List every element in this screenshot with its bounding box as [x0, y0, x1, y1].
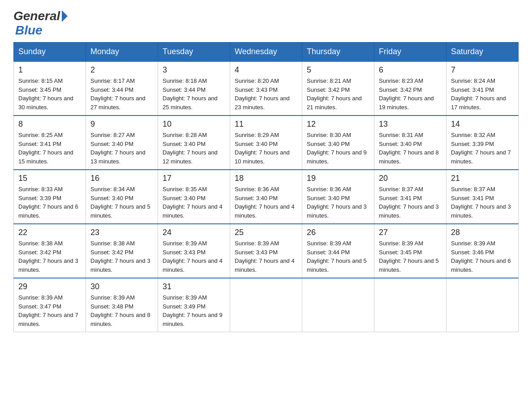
calendar-cell: 11 Sunrise: 8:29 AMSunset: 3:40 PMDaylig…	[230, 116, 302, 170]
calendar-cell	[374, 278, 446, 332]
day-number: 10	[163, 120, 225, 129]
calendar-cell	[230, 278, 302, 332]
calendar-table: SundayMondayTuesdayWednesdayThursdayFrid…	[13, 42, 519, 332]
day-number: 18	[235, 174, 297, 183]
day-number: 15	[18, 174, 81, 183]
day-info: Sunrise: 8:15 AMSunset: 3:45 PMDaylight:…	[18, 77, 81, 111]
calendar-cell: 30 Sunrise: 8:39 AMSunset: 3:48 PMDaylig…	[86, 278, 158, 332]
logo-general: General	[13, 9, 60, 23]
day-info: Sunrise: 8:23 AMSunset: 3:42 PMDaylight:…	[379, 77, 442, 111]
calendar-cell: 8 Sunrise: 8:25 AMSunset: 3:41 PMDayligh…	[14, 116, 86, 170]
day-number: 9	[90, 120, 153, 129]
calendar-cell: 27 Sunrise: 8:39 AMSunset: 3:45 PMDaylig…	[374, 224, 446, 278]
day-number: 14	[451, 120, 514, 129]
day-number: 20	[379, 174, 442, 183]
calendar-cell	[302, 278, 374, 332]
day-number: 4	[235, 65, 297, 75]
day-number: 25	[235, 228, 297, 237]
calendar-week-row: 22 Sunrise: 8:38 AMSunset: 3:42 PMDaylig…	[14, 224, 519, 278]
day-info: Sunrise: 8:28 AMSunset: 3:40 PMDaylight:…	[163, 131, 225, 166]
day-info: Sunrise: 8:27 AMSunset: 3:40 PMDaylight:…	[90, 131, 153, 166]
calendar-cell: 2 Sunrise: 8:17 AMSunset: 3:44 PMDayligh…	[86, 61, 158, 116]
day-info: Sunrise: 8:39 AMSunset: 3:47 PMDaylight:…	[18, 293, 81, 328]
calendar-cell: 9 Sunrise: 8:27 AMSunset: 3:40 PMDayligh…	[86, 116, 158, 170]
day-info: Sunrise: 8:17 AMSunset: 3:44 PMDaylight:…	[90, 77, 153, 111]
day-info: Sunrise: 8:34 AMSunset: 3:40 PMDaylight:…	[90, 185, 153, 220]
calendar-cell: 6 Sunrise: 8:23 AMSunset: 3:42 PMDayligh…	[374, 61, 446, 116]
calendar-cell: 15 Sunrise: 8:33 AMSunset: 3:39 PMDaylig…	[14, 170, 86, 224]
weekday-header-tuesday: Tuesday	[158, 43, 230, 62]
calendar-cell: 18 Sunrise: 8:36 AMSunset: 3:40 PMDaylig…	[230, 170, 302, 224]
calendar-cell: 29 Sunrise: 8:39 AMSunset: 3:47 PMDaylig…	[14, 278, 86, 332]
day-number: 17	[163, 174, 225, 183]
day-number: 28	[451, 228, 514, 237]
calendar-week-row: 1 Sunrise: 8:15 AMSunset: 3:45 PMDayligh…	[14, 61, 519, 116]
day-number: 6	[379, 65, 442, 75]
day-number: 24	[163, 228, 225, 237]
day-number: 3	[163, 65, 225, 75]
calendar-cell: 5 Sunrise: 8:21 AMSunset: 3:42 PMDayligh…	[302, 61, 374, 116]
day-number: 16	[90, 174, 153, 183]
day-info: Sunrise: 8:29 AMSunset: 3:40 PMDaylight:…	[235, 131, 297, 166]
calendar-cell: 26 Sunrise: 8:39 AMSunset: 3:44 PMDaylig…	[302, 224, 374, 278]
day-info: Sunrise: 8:38 AMSunset: 3:42 PMDaylight:…	[18, 239, 81, 274]
day-number: 26	[307, 228, 369, 237]
calendar-cell: 13 Sunrise: 8:31 AMSunset: 3:40 PMDaylig…	[374, 116, 446, 170]
weekday-header-thursday: Thursday	[302, 43, 374, 62]
calendar-cell: 22 Sunrise: 8:38 AMSunset: 3:42 PMDaylig…	[14, 224, 86, 278]
day-info: Sunrise: 8:39 AMSunset: 3:46 PMDaylight:…	[451, 239, 514, 274]
weekday-header-friday: Friday	[374, 43, 446, 62]
weekday-header-sunday: Sunday	[14, 43, 86, 62]
calendar-cell: 12 Sunrise: 8:30 AMSunset: 3:40 PMDaylig…	[302, 116, 374, 170]
day-info: Sunrise: 8:18 AMSunset: 3:44 PMDaylight:…	[163, 77, 225, 111]
weekday-header-monday: Monday	[86, 43, 158, 62]
calendar-week-row: 15 Sunrise: 8:33 AMSunset: 3:39 PMDaylig…	[14, 170, 519, 224]
calendar-cell: 23 Sunrise: 8:38 AMSunset: 3:42 PMDaylig…	[86, 224, 158, 278]
calendar-cell: 4 Sunrise: 8:20 AMSunset: 3:43 PMDayligh…	[230, 61, 302, 116]
weekday-header-saturday: Saturday	[446, 43, 519, 62]
calendar-week-row: 8 Sunrise: 8:25 AMSunset: 3:41 PMDayligh…	[14, 116, 519, 170]
calendar-cell: 1 Sunrise: 8:15 AMSunset: 3:45 PMDayligh…	[14, 61, 86, 116]
day-info: Sunrise: 8:36 AMSunset: 3:40 PMDaylight:…	[307, 185, 369, 220]
calendar-cell: 7 Sunrise: 8:24 AMSunset: 3:41 PMDayligh…	[446, 61, 519, 116]
day-number: 30	[90, 282, 153, 291]
day-number: 31	[163, 282, 225, 291]
day-number: 12	[307, 120, 369, 129]
day-info: Sunrise: 8:39 AMSunset: 3:45 PMDaylight:…	[379, 239, 442, 274]
calendar-cell: 10 Sunrise: 8:28 AMSunset: 3:40 PMDaylig…	[158, 116, 230, 170]
day-info: Sunrise: 8:21 AMSunset: 3:42 PMDaylight:…	[307, 77, 369, 111]
calendar-cell: 20 Sunrise: 8:37 AMSunset: 3:41 PMDaylig…	[374, 170, 446, 224]
page-header: General Blue	[13, 9, 519, 38]
day-info: Sunrise: 8:37 AMSunset: 3:41 PMDaylight:…	[379, 185, 442, 220]
logo-blue: Blue	[15, 23, 43, 38]
day-info: Sunrise: 8:35 AMSunset: 3:40 PMDaylight:…	[163, 185, 225, 220]
calendar-cell: 3 Sunrise: 8:18 AMSunset: 3:44 PMDayligh…	[158, 61, 230, 116]
day-info: Sunrise: 8:39 AMSunset: 3:43 PMDaylight:…	[235, 239, 297, 274]
logo: General Blue	[13, 9, 68, 38]
calendar-cell: 17 Sunrise: 8:35 AMSunset: 3:40 PMDaylig…	[158, 170, 230, 224]
day-number: 21	[451, 174, 514, 183]
day-number: 22	[18, 228, 81, 237]
day-info: Sunrise: 8:32 AMSunset: 3:39 PMDaylight:…	[451, 131, 514, 166]
day-info: Sunrise: 8:20 AMSunset: 3:43 PMDaylight:…	[235, 77, 297, 111]
calendar-cell: 21 Sunrise: 8:37 AMSunset: 3:41 PMDaylig…	[446, 170, 519, 224]
calendar-cell: 16 Sunrise: 8:34 AMSunset: 3:40 PMDaylig…	[86, 170, 158, 224]
day-number: 23	[90, 228, 153, 237]
day-info: Sunrise: 8:37 AMSunset: 3:41 PMDaylight:…	[451, 185, 514, 220]
calendar-cell: 19 Sunrise: 8:36 AMSunset: 3:40 PMDaylig…	[302, 170, 374, 224]
day-number: 1	[18, 65, 81, 75]
day-number: 29	[18, 282, 81, 291]
day-info: Sunrise: 8:31 AMSunset: 3:40 PMDaylight:…	[379, 131, 442, 166]
calendar-cell: 31 Sunrise: 8:39 AMSunset: 3:49 PMDaylig…	[158, 278, 230, 332]
weekday-header-wednesday: Wednesday	[230, 43, 302, 62]
day-info: Sunrise: 8:39 AMSunset: 3:49 PMDaylight:…	[163, 293, 225, 328]
day-info: Sunrise: 8:24 AMSunset: 3:41 PMDaylight:…	[451, 77, 514, 111]
day-info: Sunrise: 8:38 AMSunset: 3:42 PMDaylight:…	[90, 239, 153, 274]
day-number: 11	[235, 120, 297, 129]
calendar-cell: 14 Sunrise: 8:32 AMSunset: 3:39 PMDaylig…	[446, 116, 519, 170]
day-number: 5	[307, 65, 369, 75]
day-info: Sunrise: 8:30 AMSunset: 3:40 PMDaylight:…	[307, 131, 369, 166]
day-number: 7	[451, 65, 514, 75]
calendar-cell: 28 Sunrise: 8:39 AMSunset: 3:46 PMDaylig…	[446, 224, 519, 278]
calendar-cell: 25 Sunrise: 8:39 AMSunset: 3:43 PMDaylig…	[230, 224, 302, 278]
